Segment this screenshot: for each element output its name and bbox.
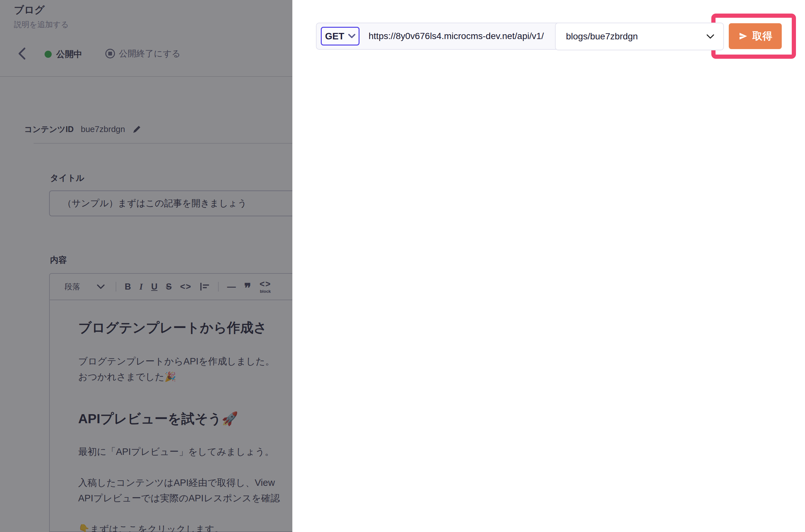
blog-editor-panel: ブログ 説明を追加する 公開中 公開終了にする コンテンツID bue7zbrd… xyxy=(0,0,292,532)
fetch-button-label: 取得 xyxy=(752,30,772,43)
endpoint-value: blogs/bue7zbrdgn xyxy=(566,31,707,42)
chevron-down-icon xyxy=(348,34,355,38)
chevron-down-icon xyxy=(707,34,714,39)
base-url-text: https://8y0v676ls4.microcms-dev.net/api/… xyxy=(369,31,544,41)
endpoint-select[interactable]: blogs/bue7zbrdgn xyxy=(555,23,724,50)
send-icon xyxy=(738,32,748,41)
fetch-button[interactable]: 取得 xyxy=(729,23,782,49)
method-value: GET xyxy=(325,31,344,42)
dim-overlay xyxy=(0,0,292,532)
api-preview-panel xyxy=(292,0,805,532)
method-select[interactable]: GET xyxy=(321,27,360,45)
api-request-bar: GET https://8y0v676ls4.microcms-dev.net/… xyxy=(316,23,722,50)
